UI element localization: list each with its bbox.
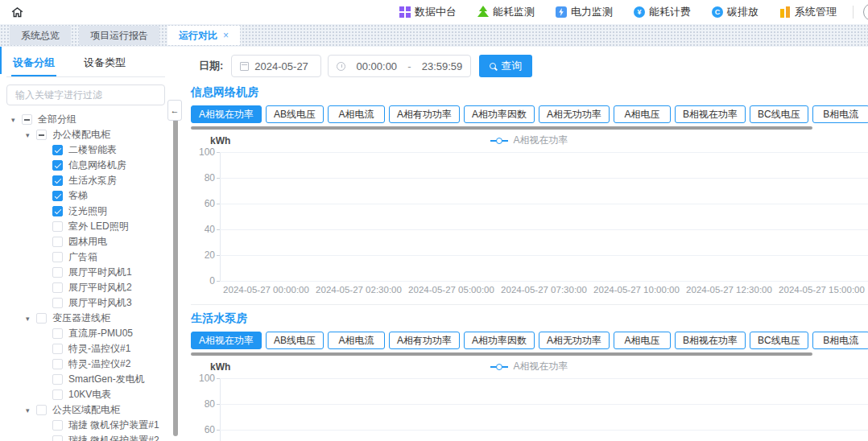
tree-checkbox[interactable] bbox=[36, 405, 47, 415]
tree-checkbox[interactable] bbox=[52, 206, 63, 216]
top-nav-item[interactable]: 能耗监测 bbox=[477, 5, 535, 19]
parameter-button[interactable]: BC线电压 bbox=[750, 105, 808, 123]
tree-checkbox[interactable] bbox=[22, 114, 32, 125]
parameter-button[interactable]: B相电流 bbox=[812, 332, 868, 349]
user-avatar[interactable] bbox=[863, 3, 868, 21]
tree-checkbox[interactable] bbox=[36, 313, 47, 324]
tree-node[interactable]: 展厅平时风机1 bbox=[6, 265, 165, 280]
top-nav-item[interactable]: 系统管理 bbox=[779, 5, 837, 19]
parameter-button[interactable]: B相视在功率 bbox=[675, 105, 746, 123]
tree-node[interactable]: 特灵-温控仪#2 bbox=[6, 357, 165, 372]
tree-node[interactable]: 泛光照明 bbox=[6, 204, 165, 219]
parameter-button[interactable]: B相视在功率 bbox=[675, 332, 746, 349]
parameter-button[interactable]: A相无功功率 bbox=[539, 332, 610, 349]
tree-node[interactable]: 特灵-温控仪#1 bbox=[6, 341, 165, 357]
tree-checkbox[interactable] bbox=[52, 344, 63, 354]
tree-node[interactable]: 展厅平时风机3 bbox=[6, 295, 165, 311]
date-picker[interactable]: 2024-05-27 bbox=[231, 55, 321, 77]
top-nav-item[interactable]: 电力监测 bbox=[556, 5, 613, 19]
parameter-button[interactable]: A相功率因数 bbox=[464, 332, 535, 349]
caret-down-icon[interactable] bbox=[26, 406, 36, 414]
tree-checkbox[interactable] bbox=[52, 160, 63, 171]
tree-checkbox[interactable] bbox=[52, 237, 63, 247]
query-button[interactable]: 查询 bbox=[479, 55, 532, 77]
tree-checkbox[interactable] bbox=[52, 328, 63, 339]
main-content: 日期: 2024-05-27 00:00:00 - 23:59:59 查询 bbox=[180, 47, 868, 441]
parameter-button[interactable]: A相有功功率 bbox=[389, 105, 460, 123]
sidebar-collapse-button[interactable]: ← bbox=[167, 100, 182, 121]
window-tab[interactable]: 系统总览 bbox=[10, 26, 71, 45]
tree-node[interactable]: 变压器进线柜 bbox=[6, 311, 165, 326]
caret-down-icon[interactable] bbox=[11, 116, 22, 124]
tree-checkbox[interactable] bbox=[52, 420, 63, 431]
tree-node[interactable]: 客梯 bbox=[6, 188, 165, 204]
parameter-button[interactable]: B相电流 bbox=[812, 105, 868, 123]
tree-checkbox[interactable] bbox=[52, 175, 63, 186]
tree-node[interactable]: 办公楼配电柜 bbox=[6, 127, 165, 142]
parameter-button[interactable]: BC线电压 bbox=[750, 332, 808, 349]
horizontal-scrollbar-thumb[interactable] bbox=[191, 352, 812, 356]
gridline bbox=[220, 378, 868, 379]
tree-checkbox[interactable] bbox=[52, 374, 63, 385]
legend-label: A相视在功率 bbox=[513, 134, 568, 147]
body: 设备分组 设备类型 全部分组 办公楼配电柜 bbox=[0, 47, 868, 441]
chart-legend[interactable]: A相视在功率 bbox=[191, 134, 868, 147]
window-tab[interactable]: 运行对比 × bbox=[167, 26, 240, 45]
parameter-button[interactable]: A相视在功率 bbox=[191, 332, 262, 349]
time-range-picker[interactable]: 00:00:00 - 23:59:59 bbox=[328, 55, 471, 77]
horizontal-scrollbar-thumb[interactable] bbox=[191, 126, 812, 130]
tree-checkbox[interactable] bbox=[52, 267, 63, 278]
sidebar-tab[interactable]: 设备类型 bbox=[82, 50, 127, 76]
tree-node[interactable]: 展厅平时风机2 bbox=[6, 280, 165, 295]
tree-checkbox[interactable] bbox=[52, 389, 63, 400]
tree-node[interactable]: SmartGen-发电机 bbox=[6, 372, 165, 387]
caret-down-icon[interactable] bbox=[26, 131, 36, 139]
caret-down-icon[interactable] bbox=[26, 315, 36, 323]
tree-filter-input[interactable] bbox=[6, 84, 165, 105]
top-nav-item-label: 能耗计费 bbox=[649, 5, 691, 19]
top-nav-item[interactable]: ¥ 能耗计费 bbox=[634, 5, 691, 19]
sidebar-tab[interactable]: 设备分组 bbox=[11, 50, 56, 76]
tree-node[interactable]: 广告箱 bbox=[6, 249, 165, 265]
tree-node[interactable]: 二楼智能表 bbox=[6, 142, 165, 158]
top-nav-item[interactable]: 数据中台 bbox=[399, 5, 457, 19]
tree-node[interactable]: 室外 LED照明 bbox=[6, 219, 165, 234]
parameter-button[interactable]: A相无功功率 bbox=[539, 105, 610, 123]
parameter-button[interactable]: A相电压 bbox=[614, 105, 671, 123]
tree-checkbox[interactable] bbox=[36, 130, 47, 140]
tree-node[interactable]: 公共区域配电柜 bbox=[6, 402, 165, 418]
parameter-button[interactable]: A相功率因数 bbox=[464, 105, 535, 123]
top-nav-item[interactable]: C 碳排放 bbox=[712, 5, 758, 19]
sidebar-scrollbar-thumb[interactable] bbox=[173, 101, 178, 436]
tree-node[interactable]: 瑞捷 微机保护装置#1 bbox=[6, 418, 165, 433]
tree-node[interactable]: 全部分组 bbox=[6, 112, 165, 127]
tree-node[interactable]: 瑞捷 微机保护装置#2 bbox=[6, 433, 165, 441]
tree-checkbox[interactable] bbox=[52, 145, 63, 155]
tree-node[interactable]: 直流屏-PMU05 bbox=[6, 326, 165, 341]
time-separator: - bbox=[407, 60, 411, 72]
parameter-button[interactable]: A相视在功率 bbox=[191, 105, 262, 123]
tree-node[interactable]: 园林用电 bbox=[6, 234, 165, 249]
parameter-button[interactable]: AB线电压 bbox=[266, 105, 324, 123]
tree-node[interactable]: 10KV电表 bbox=[6, 387, 165, 402]
tree-node[interactable]: 信息网络机房 bbox=[6, 158, 165, 173]
tree-checkbox[interactable] bbox=[52, 298, 63, 308]
tree-node[interactable]: 生活水泵房 bbox=[6, 173, 165, 188]
tree-node-label: 办公楼配电柜 bbox=[52, 128, 110, 142]
parameter-button[interactable]: A相有功功率 bbox=[389, 332, 460, 349]
tree-checkbox[interactable] bbox=[52, 359, 63, 369]
parameter-button[interactable]: A相电压 bbox=[614, 332, 671, 349]
window-tab[interactable]: 项目运行报告 bbox=[79, 26, 159, 45]
tree-checkbox[interactable] bbox=[52, 282, 63, 293]
tree-checkbox[interactable] bbox=[52, 191, 63, 201]
parameter-button[interactable]: AB线电压 bbox=[266, 332, 324, 349]
tree-checkbox[interactable] bbox=[52, 435, 63, 441]
parameter-button[interactable]: A相电流 bbox=[328, 105, 385, 123]
tree-checkbox[interactable] bbox=[52, 252, 63, 262]
tree-checkbox[interactable] bbox=[52, 221, 63, 232]
chart-legend[interactable]: A相视在功率 bbox=[191, 360, 868, 373]
close-icon[interactable]: × bbox=[223, 26, 229, 45]
x-tick-label: 2024-05-27 12:30:00 bbox=[683, 285, 775, 295]
home-icon[interactable] bbox=[8, 3, 26, 21]
parameter-button[interactable]: A相电流 bbox=[328, 332, 385, 349]
